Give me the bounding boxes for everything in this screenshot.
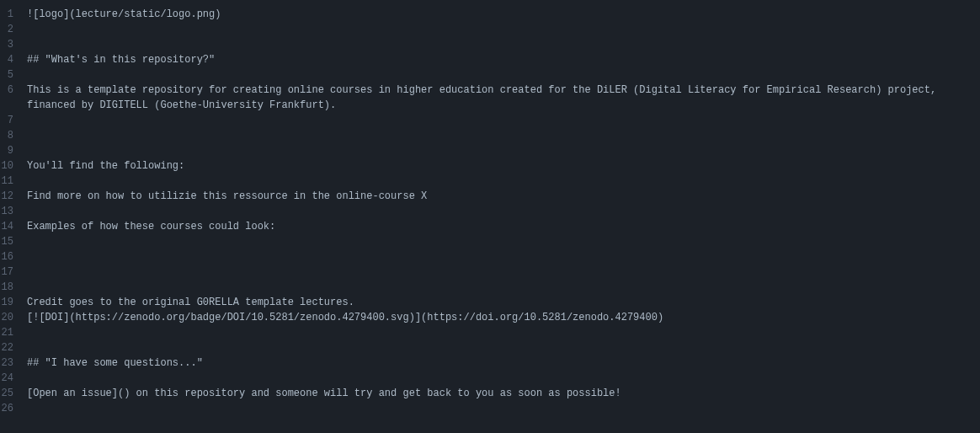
line-content xyxy=(27,325,980,340)
line-content xyxy=(27,234,980,249)
line-number: 2 xyxy=(0,22,27,37)
line-number: 20 xyxy=(0,310,27,325)
line-number: 6 xyxy=(0,83,27,113)
code-line[interactable]: 15 xyxy=(0,234,980,249)
line-number: 11 xyxy=(0,174,27,189)
line-number: 17 xyxy=(0,265,27,280)
code-line[interactable]: 13 xyxy=(0,204,980,219)
line-content xyxy=(27,371,980,386)
line-content xyxy=(27,143,980,158)
line-number: 13 xyxy=(0,204,27,219)
line-number: 8 xyxy=(0,128,27,143)
line-number: 14 xyxy=(0,219,27,234)
code-line[interactable]: 18 xyxy=(0,280,980,295)
code-line[interactable]: 26 xyxy=(0,401,980,416)
line-content xyxy=(27,128,980,143)
line-number: 1 xyxy=(0,7,27,22)
code-line[interactable]: 12Find more on how to utilizie this ress… xyxy=(0,189,980,204)
line-number: 16 xyxy=(0,249,27,265)
code-line[interactable]: 7 xyxy=(0,113,980,128)
line-number: 23 xyxy=(0,355,27,371)
line-content: [![DOI](https://zenodo.org/badge/DOI/10.… xyxy=(27,310,980,325)
code-line[interactable]: 20[![DOI](https://zenodo.org/badge/DOI/1… xyxy=(0,310,980,325)
line-content xyxy=(27,249,980,265)
line-number: 21 xyxy=(0,325,27,340)
line-content: ## "I have some questions..." xyxy=(27,355,980,371)
line-content xyxy=(27,174,980,189)
code-line[interactable]: 6This is a template repository for creat… xyxy=(0,83,980,113)
code-line[interactable]: 8 xyxy=(0,128,980,143)
line-number: 5 xyxy=(0,67,27,83)
line-content: Credit goes to the original G0RELLA temp… xyxy=(27,295,980,310)
line-content xyxy=(27,204,980,219)
line-number: 22 xyxy=(0,340,27,355)
code-line[interactable]: 25[Open an issue]() on this repository a… xyxy=(0,386,980,401)
line-number: 3 xyxy=(0,37,27,52)
code-line[interactable]: 16 xyxy=(0,249,980,265)
line-content xyxy=(27,67,980,83)
line-content: Examples of how these courses could look… xyxy=(27,219,980,234)
line-number: 9 xyxy=(0,143,27,158)
line-content xyxy=(27,265,980,280)
line-content xyxy=(27,340,980,355)
line-number: 24 xyxy=(0,371,27,386)
line-number: 25 xyxy=(0,386,27,401)
code-line[interactable]: 3 xyxy=(0,37,980,52)
code-line[interactable]: 5 xyxy=(0,67,980,83)
line-number: 10 xyxy=(0,158,27,174)
code-line[interactable]: 4## "What's in this repository?" xyxy=(0,52,980,67)
line-number: 18 xyxy=(0,280,27,295)
line-number: 7 xyxy=(0,113,27,128)
line-number: 15 xyxy=(0,234,27,249)
line-content: Find more on how to utilizie this ressou… xyxy=(27,189,980,204)
line-content: You'll find the following: xyxy=(27,158,980,174)
line-content xyxy=(27,280,980,295)
code-line[interactable]: 10You'll find the following: xyxy=(0,158,980,174)
line-content: ## "What's in this repository?" xyxy=(27,52,980,67)
line-number: 26 xyxy=(0,401,27,416)
code-line[interactable]: 21 xyxy=(0,325,980,340)
line-content xyxy=(27,22,980,37)
code-line[interactable]: 19Credit goes to the original G0RELLA te… xyxy=(0,295,980,310)
code-line[interactable]: 1![logo](lecture/static/logo.png) xyxy=(0,7,980,22)
code-line[interactable]: 2 xyxy=(0,22,980,37)
line-number: 12 xyxy=(0,189,27,204)
code-line[interactable]: 23## "I have some questions..." xyxy=(0,355,980,371)
line-content: This is a template repository for creati… xyxy=(27,83,980,113)
code-line[interactable]: 14Examples of how these courses could lo… xyxy=(0,219,980,234)
code-line[interactable]: 11 xyxy=(0,174,980,189)
code-editor[interactable]: 1![logo](lecture/static/logo.png) 2 3 4#… xyxy=(0,7,980,416)
line-content xyxy=(27,37,980,52)
code-line[interactable]: 9 xyxy=(0,143,980,158)
code-line[interactable]: 17 xyxy=(0,265,980,280)
line-content: ![logo](lecture/static/logo.png) xyxy=(27,7,980,22)
line-content xyxy=(27,401,980,416)
line-number: 19 xyxy=(0,295,27,310)
line-number: 4 xyxy=(0,52,27,67)
code-line[interactable]: 24 xyxy=(0,371,980,386)
line-content: [Open an issue]() on this repository and… xyxy=(27,386,980,401)
code-line[interactable]: 22 xyxy=(0,340,980,355)
line-content xyxy=(27,113,980,128)
